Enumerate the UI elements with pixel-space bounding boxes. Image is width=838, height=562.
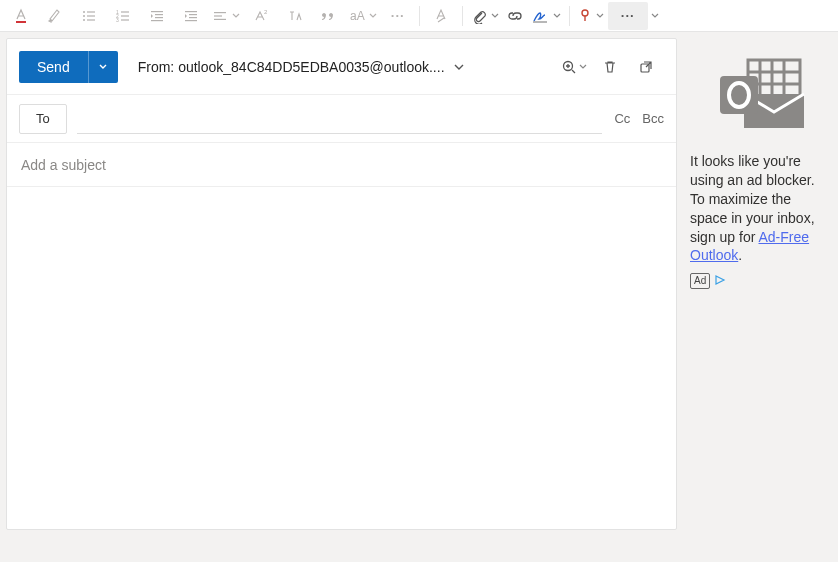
svg-rect-19 — [189, 17, 197, 18]
svg-rect-4 — [87, 11, 95, 12]
align-button[interactable] — [208, 2, 244, 30]
chevron-down-icon — [491, 12, 499, 20]
signature-button[interactable] — [527, 2, 565, 30]
chevron-down-icon — [453, 61, 465, 73]
svg-rect-18 — [189, 14, 197, 15]
send-from-row: Send From: outlook_84C84DD5EDBA0035@outl… — [7, 39, 676, 95]
open-new-window-icon — [638, 59, 654, 75]
link-button[interactable] — [503, 2, 527, 30]
bcc-button[interactable]: Bcc — [642, 111, 664, 126]
svg-point-3 — [83, 19, 85, 21]
chevron-down-icon — [579, 63, 587, 71]
svg-text:3: 3 — [116, 17, 119, 23]
zoom-button[interactable] — [556, 51, 592, 83]
separator — [419, 6, 420, 26]
svg-rect-6 — [87, 19, 95, 20]
svg-rect-16 — [151, 20, 163, 21]
more-formatting-button[interactable]: ··· — [381, 2, 415, 30]
to-button[interactable]: To — [19, 104, 67, 134]
quote-button[interactable] — [312, 2, 346, 30]
numbering-button[interactable]: 123 — [106, 2, 140, 30]
font-size-button[interactable]: aA — [346, 2, 381, 30]
svg-rect-17 — [185, 11, 197, 12]
send-button[interactable]: Send — [19, 51, 88, 83]
svg-rect-23 — [214, 18, 226, 19]
separator — [569, 6, 570, 26]
send-group: Send — [19, 51, 118, 83]
flag-button[interactable] — [574, 2, 608, 30]
side-panel: It looks like you're using an ad blocker… — [682, 32, 838, 562]
compose-column: Send From: outlook_84C84DD5EDBA0035@outl… — [0, 32, 682, 562]
highlight-button[interactable] — [38, 2, 72, 30]
superscript-button[interactable]: 2 — [244, 2, 278, 30]
discard-button[interactable] — [592, 51, 628, 83]
svg-rect-15 — [155, 17, 163, 18]
font-color-button[interactable] — [4, 2, 38, 30]
adblock-text-part2: . — [738, 247, 742, 263]
cc-button[interactable]: Cc — [614, 111, 630, 126]
chevron-down-icon — [232, 12, 240, 20]
svg-rect-10 — [121, 11, 129, 12]
more-actions-button[interactable]: ··· — [608, 2, 648, 30]
svg-point-25 — [582, 10, 588, 16]
adblock-message: It looks like you're using an ad blocker… — [690, 152, 830, 265]
svg-text:2: 2 — [264, 9, 268, 15]
separator — [462, 6, 463, 26]
svg-rect-12 — [121, 19, 129, 20]
svg-rect-13 — [151, 11, 163, 12]
chevron-down-icon — [369, 12, 377, 20]
bullets-button[interactable] — [72, 2, 106, 30]
svg-rect-20 — [185, 20, 197, 21]
chevron-down-icon — [98, 62, 108, 72]
svg-rect-21 — [214, 12, 226, 13]
from-dropdown[interactable] — [453, 61, 465, 73]
subject-row — [7, 143, 676, 187]
ad-badge: Ad — [690, 273, 710, 289]
svg-point-2 — [83, 15, 85, 17]
svg-rect-14 — [155, 14, 163, 15]
svg-rect-11 — [121, 15, 129, 16]
svg-rect-0 — [16, 21, 26, 23]
main-area: Send From: outlook_84C84DD5EDBA0035@outl… — [0, 32, 838, 562]
delete-icon — [602, 59, 618, 75]
outdent-button[interactable] — [140, 2, 174, 30]
chevron-down-icon — [553, 12, 561, 20]
chevron-down-icon — [596, 12, 604, 20]
compose-card: Send From: outlook_84C84DD5EDBA0035@outl… — [6, 38, 677, 530]
adchoices-icon[interactable] — [714, 274, 726, 289]
ad-row: Ad — [690, 273, 830, 289]
indent-button[interactable] — [174, 2, 208, 30]
to-input[interactable] — [77, 104, 603, 134]
formatting-toolbar: 123 2 aA ··· ··· — [0, 0, 838, 32]
svg-rect-22 — [214, 15, 222, 16]
ribbon-collapse-button[interactable] — [648, 11, 662, 21]
popout-button[interactable] — [628, 51, 664, 83]
attach-button[interactable] — [467, 2, 503, 30]
send-options-button[interactable] — [88, 51, 118, 83]
outlook-logo-icon — [690, 56, 830, 134]
subject-input[interactable] — [19, 150, 664, 180]
message-body[interactable] — [7, 187, 676, 529]
zoom-icon — [561, 59, 577, 75]
change-case-button[interactable] — [278, 2, 312, 30]
svg-point-1 — [83, 11, 85, 13]
from-label[interactable]: From: outlook_84C84DD5EDBA0035@outlook..… — [138, 59, 445, 75]
clear-formatting-button[interactable] — [424, 2, 458, 30]
to-row: To Cc Bcc — [7, 95, 676, 143]
svg-rect-5 — [87, 15, 95, 16]
